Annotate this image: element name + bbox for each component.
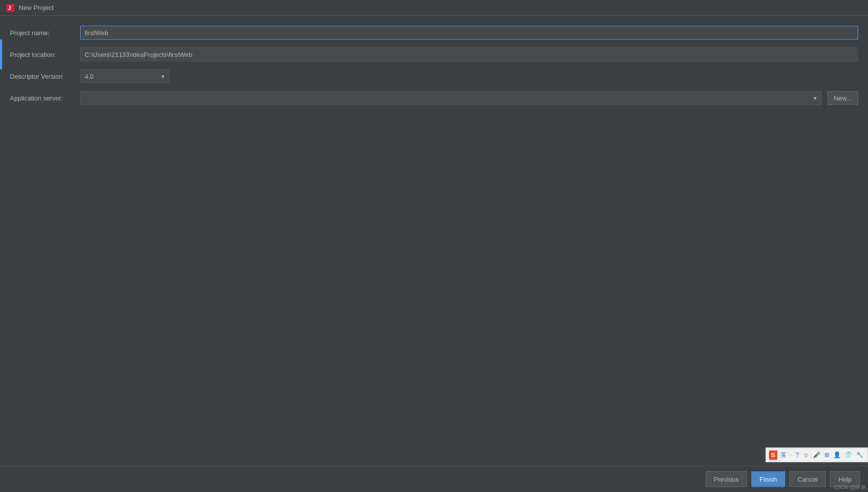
- application-server-row: Application server: ▼ New...: [10, 91, 858, 105]
- descriptor-version-wrapper: 4.0 3.1 3.0 2.5 ▼: [80, 69, 169, 83]
- bottom-bar: Previous Finish Cancel Help CSDN @阿·辰: [0, 466, 868, 492]
- app-icon: J: [6, 3, 15, 12]
- ime-emoji-item[interactable]: ☺: [802, 451, 810, 458]
- ime-user-item[interactable]: 👤: [832, 451, 842, 458]
- ime-dot-item[interactable]: ·: [789, 451, 793, 458]
- project-name-input[interactable]: [80, 26, 858, 40]
- ime-shirt-item[interactable]: 👕: [844, 451, 853, 458]
- project-name-row: Project name:: [10, 26, 858, 40]
- project-location-row: Project location:: [10, 48, 858, 61]
- svg-text:J: J: [8, 5, 11, 11]
- ime-mic-item[interactable]: 🎤: [812, 451, 821, 458]
- accent-bar: [0, 40, 2, 69]
- application-server-label: Application server:: [10, 95, 74, 102]
- cancel-button[interactable]: Cancel: [789, 471, 826, 487]
- descriptor-version-row: Descriptor Version 4.0 3.1 3.0 2.5 ▼: [10, 69, 858, 83]
- title-bar: J New Project: [0, 0, 868, 16]
- ime-lang-item[interactable]: 英: [779, 451, 787, 459]
- project-location-input[interactable]: [80, 48, 858, 61]
- content-spacer: [10, 113, 858, 461]
- dialog-title: New Project: [19, 4, 53, 11]
- ime-logo-icon: S: [769, 450, 777, 460]
- application-server-wrapper: ▼: [80, 91, 821, 105]
- ime-tool-item[interactable]: 🔧: [855, 451, 865, 458]
- application-server-select[interactable]: [80, 91, 821, 105]
- project-location-label: Project location:: [10, 51, 74, 58]
- ime-question-item[interactable]: ?: [795, 451, 800, 458]
- new-server-button[interactable]: New...: [827, 91, 858, 105]
- csdn-watermark: CSDN @阿·辰: [834, 484, 866, 491]
- descriptor-version-select[interactable]: 4.0 3.1 3.0 2.5: [80, 69, 169, 83]
- previous-button[interactable]: Previous: [706, 471, 748, 487]
- ime-keyboard-item[interactable]: ⊞: [823, 451, 830, 458]
- finish-button[interactable]: Finish: [751, 471, 785, 487]
- form-content: Project name: Project location: Descript…: [0, 16, 868, 466]
- ime-toolbar: S 英 · ? ☺ 🎤 ⊞ 👤 👕 🔧: [766, 447, 868, 462]
- new-project-dialog: J New Project Project name: Project loca…: [0, 0, 868, 492]
- project-name-label: Project name:: [10, 29, 74, 37]
- descriptor-version-label: Descriptor Version: [10, 73, 74, 80]
